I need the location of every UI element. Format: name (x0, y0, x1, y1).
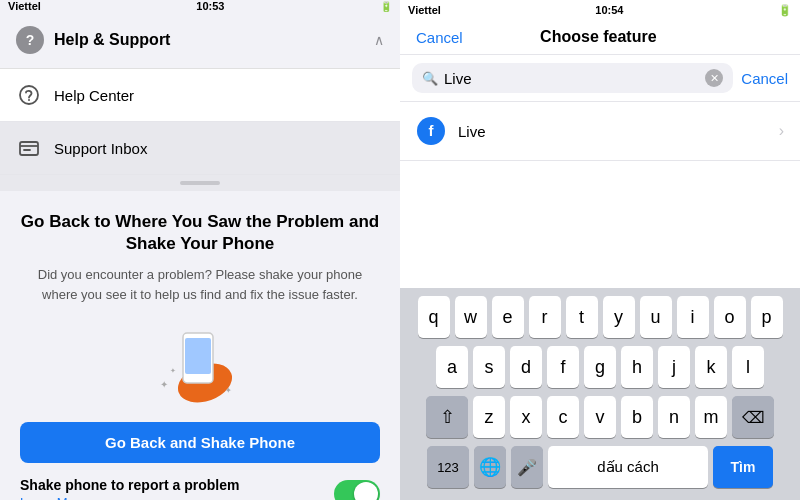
key-k[interactable]: k (695, 346, 727, 388)
globe-key[interactable]: 🌐 (474, 446, 506, 488)
svg-text:✦: ✦ (170, 367, 176, 374)
help-support-header[interactable]: ? Help & Support ∧ (0, 12, 400, 69)
learn-more-link[interactable]: Learn More (20, 495, 239, 500)
numbers-key[interactable]: 123 (427, 446, 469, 488)
support-inbox-label: Support Inbox (54, 140, 147, 157)
result-chevron-icon: › (779, 122, 784, 140)
keyboard-area: q w e r t y u i o p a s d f g h j k l ⇧ … (400, 288, 800, 500)
question-icon: ? (16, 26, 44, 54)
help-center-label: Help Center (54, 87, 134, 104)
shake-toggle-switch[interactable] (334, 480, 380, 500)
key-b[interactable]: b (621, 396, 653, 438)
scroll-dot (180, 181, 220, 185)
choose-feature-cancel-button[interactable]: Cancel (416, 29, 463, 46)
help-center-icon (16, 82, 42, 108)
result-item-live[interactable]: f Live › (400, 102, 800, 161)
result-live-label: Live (458, 123, 779, 140)
key-p[interactable]: p (751, 296, 783, 338)
key-c[interactable]: c (547, 396, 579, 438)
keyboard-row-1: q w e r t y u i o p (404, 296, 796, 338)
keyboard-row-3: ⇧ z x c v b n m ⌫ (404, 396, 796, 438)
key-o[interactable]: o (714, 296, 746, 338)
key-m[interactable]: m (695, 396, 727, 438)
key-n[interactable]: n (658, 396, 690, 438)
support-inbox-item[interactable]: Support Inbox (0, 122, 400, 175)
time-left: 10:53 (196, 0, 224, 12)
search-submit-button[interactable]: Tìm (713, 446, 773, 488)
status-icons-right: 🔋 (778, 4, 792, 17)
shift-key[interactable]: ⇧ (426, 396, 468, 438)
facebook-live-icon: f (416, 116, 446, 146)
key-w[interactable]: w (455, 296, 487, 338)
toggle-knob (354, 482, 378, 500)
help-support-header-left: ? Help & Support (16, 26, 170, 54)
backspace-key[interactable]: ⌫ (732, 396, 774, 438)
key-a[interactable]: a (436, 346, 468, 388)
key-g[interactable]: g (584, 346, 616, 388)
help-center-item[interactable]: Help Center (0, 69, 400, 122)
carrier-right: Viettel (408, 4, 441, 16)
svg-text:✦: ✦ (225, 386, 232, 395)
chevron-up-icon: ∧ (374, 32, 384, 48)
key-l[interactable]: l (732, 346, 764, 388)
carrier-left: Viettel (8, 0, 41, 12)
svg-point-1 (28, 99, 30, 101)
svg-point-0 (20, 86, 38, 104)
key-v[interactable]: v (584, 396, 616, 438)
phone-illustration: ✦ ✦ ✦ (155, 318, 245, 408)
search-icon: 🔍 (422, 71, 438, 86)
shake-toggle-text-group: Shake phone to report a problem Learn Mo… (20, 477, 239, 500)
right-panel: Viettel 10:54 🔋 Cancel Choose feature 🔍 … (400, 0, 800, 500)
svg-rect-5 (185, 338, 211, 374)
choose-feature-header: Cancel Choose feature (400, 20, 800, 55)
search-input-container[interactable]: 🔍 Live ✕ (412, 63, 733, 93)
key-h[interactable]: h (621, 346, 653, 388)
shake-toggle-row: Shake phone to report a problem Learn Mo… (20, 477, 380, 500)
shake-description: Did you encounter a problem? Please shak… (20, 265, 380, 304)
key-s[interactable]: s (473, 346, 505, 388)
keyboard-row-4: 123 🌐 🎤 dấu cách Tìm (404, 446, 796, 488)
space-key[interactable]: dấu cách (548, 446, 708, 488)
key-d[interactable]: d (510, 346, 542, 388)
time-right: 10:54 (595, 4, 623, 16)
shake-section: Go Back to Where You Saw the Problem and… (0, 191, 400, 500)
key-u[interactable]: u (640, 296, 672, 338)
left-panel: Viettel 10:53 🔋 ? Help & Support ∧ Help … (0, 0, 400, 500)
help-support-title: Help & Support (54, 31, 170, 49)
key-t[interactable]: t (566, 296, 598, 338)
scroll-indicator (0, 175, 400, 191)
search-cancel-button[interactable]: Cancel (741, 70, 788, 87)
search-bar-row: 🔍 Live ✕ Cancel (400, 55, 800, 102)
keyboard-row-2: a s d f g h j k l (404, 346, 796, 388)
status-bar-right: Viettel 10:54 🔋 (400, 0, 800, 20)
key-j[interactable]: j (658, 346, 690, 388)
key-r[interactable]: r (529, 296, 561, 338)
svg-text:✦: ✦ (160, 379, 168, 390)
status-icons-left: 🔋 (380, 1, 392, 12)
status-bar-left: Viettel 10:53 🔋 (0, 0, 400, 12)
go-back-shake-button[interactable]: Go Back and Shake Phone (20, 422, 380, 463)
choose-feature-title: Choose feature (540, 28, 656, 46)
search-input-value[interactable]: Live (444, 70, 699, 87)
support-inbox-icon (16, 135, 42, 161)
key-q[interactable]: q (418, 296, 450, 338)
shake-title: Go Back to Where You Saw the Problem and… (20, 211, 380, 255)
shake-toggle-label: Shake phone to report a problem (20, 477, 239, 493)
key-x[interactable]: x (510, 396, 542, 438)
key-z[interactable]: z (473, 396, 505, 438)
svg-rect-2 (20, 142, 38, 155)
search-clear-button[interactable]: ✕ (705, 69, 723, 87)
key-y[interactable]: y (603, 296, 635, 338)
key-f[interactable]: f (547, 346, 579, 388)
key-e[interactable]: e (492, 296, 524, 338)
key-i[interactable]: i (677, 296, 709, 338)
mic-key[interactable]: 🎤 (511, 446, 543, 488)
